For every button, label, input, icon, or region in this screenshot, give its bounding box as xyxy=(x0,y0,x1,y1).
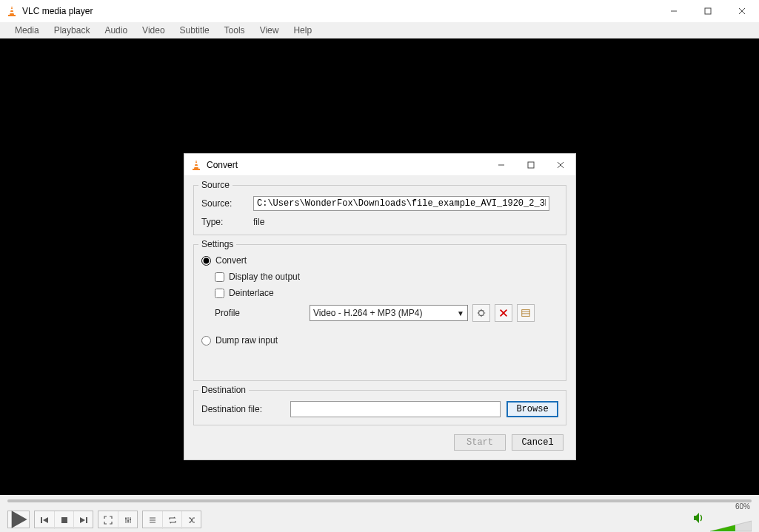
profile-select[interactable]: Video - H.264 + MP3 (MP4) ▼ xyxy=(310,305,468,321)
destination-group: Destination Destination file: Browse xyxy=(193,390,566,425)
convert-radio[interactable] xyxy=(201,256,211,266)
profile-label: Profile xyxy=(215,308,310,318)
main-titlebar: VLC media player xyxy=(0,0,759,22)
svg-marker-26 xyxy=(80,517,85,523)
cancel-button[interactable]: Cancel xyxy=(512,434,564,451)
extended-settings-button[interactable] xyxy=(118,511,137,529)
display-output-label: Display the output xyxy=(229,272,300,282)
menu-video[interactable]: Video xyxy=(135,24,172,37)
svg-rect-13 xyxy=(528,162,534,168)
seekbar[interactable] xyxy=(0,495,759,507)
destination-group-title: Destination xyxy=(198,385,249,395)
svg-point-32 xyxy=(127,520,129,522)
menu-tools[interactable]: Tools xyxy=(217,24,253,37)
browse-button[interactable]: Browse xyxy=(506,401,558,417)
fullscreen-button[interactable] xyxy=(98,511,118,529)
svg-marker-24 xyxy=(43,517,48,523)
svg-rect-25 xyxy=(61,517,67,523)
playback-controls: 60% xyxy=(0,507,759,532)
dump-radio[interactable] xyxy=(201,336,211,346)
stop-button[interactable] xyxy=(54,511,73,529)
delete-profile-button[interactable] xyxy=(495,304,512,322)
svg-rect-1 xyxy=(8,15,16,16)
close-button[interactable] xyxy=(725,0,759,22)
playlist-button[interactable] xyxy=(143,511,162,529)
convert-dialog: Convert Source Source: Type: file Settin… xyxy=(184,153,576,460)
start-button[interactable]: Start xyxy=(454,434,506,451)
edit-profile-button[interactable] xyxy=(472,304,490,322)
vlc-cone-icon xyxy=(6,5,18,17)
svg-rect-23 xyxy=(41,517,42,523)
menu-audio[interactable]: Audio xyxy=(97,24,135,37)
menu-media[interactable]: Media xyxy=(7,24,47,37)
source-input[interactable] xyxy=(253,196,549,211)
dialog-titlebar: Convert xyxy=(184,154,575,176)
svg-rect-9 xyxy=(193,169,200,170)
seekbar-track[interactable] xyxy=(7,499,752,502)
destination-label: Destination file: xyxy=(201,404,290,414)
volume-control: 60% xyxy=(692,506,752,532)
display-output-checkbox[interactable] xyxy=(215,272,224,282)
profile-value: Video - H.264 + MP3 (MP4) xyxy=(313,308,423,318)
svg-rect-27 xyxy=(86,517,87,523)
destination-input[interactable] xyxy=(290,401,501,417)
deinterlace-label: Deinterlace xyxy=(229,288,274,298)
menubar: Media Playback Audio Video Subtitle Tool… xyxy=(0,22,759,38)
speaker-icon[interactable] xyxy=(692,511,706,528)
svg-rect-2 xyxy=(10,9,13,10)
convert-radio-label: Convert xyxy=(215,255,247,266)
dump-radio-label: Dump raw input xyxy=(215,335,278,346)
svg-marker-22 xyxy=(12,511,27,528)
source-label: Source: xyxy=(201,198,253,209)
dialog-title: Convert xyxy=(207,160,487,170)
video-area: Convert Source Source: Type: file Settin… xyxy=(0,38,759,495)
svg-point-33 xyxy=(130,519,131,520)
settings-group: Settings Convert Display the output Dein… xyxy=(193,244,566,381)
dialog-close-button[interactable] xyxy=(546,154,575,176)
minimize-button[interactable] xyxy=(657,0,691,22)
menu-subtitle[interactable]: Subtitle xyxy=(173,24,217,37)
dialog-footer: Start Cancel xyxy=(193,431,566,454)
source-group: Source Source: Type: file xyxy=(193,185,566,235)
vlc-cone-icon xyxy=(190,159,202,171)
svg-rect-5 xyxy=(705,8,711,14)
type-label: Type: xyxy=(201,217,253,227)
volume-slider[interactable] xyxy=(710,519,752,532)
play-button[interactable] xyxy=(7,511,30,528)
maximize-button[interactable] xyxy=(691,0,725,22)
svg-point-31 xyxy=(125,518,127,519)
next-button[interactable] xyxy=(73,511,93,529)
menu-help[interactable]: Help xyxy=(286,24,319,37)
settings-group-title: Settings xyxy=(198,239,236,249)
svg-marker-37 xyxy=(694,513,699,523)
window-title: VLC media player xyxy=(22,6,657,16)
menu-playback[interactable]: Playback xyxy=(47,24,98,37)
volume-percent: 60% xyxy=(735,502,750,511)
menu-view[interactable]: View xyxy=(253,24,287,37)
source-group-title: Source xyxy=(198,180,233,190)
svg-rect-19 xyxy=(522,310,530,317)
dialog-body: Source Source: Type: file Settings Conve… xyxy=(184,176,575,459)
dialog-minimize-button[interactable] xyxy=(487,154,516,176)
window-controls xyxy=(657,0,759,22)
loop-button[interactable] xyxy=(162,511,181,529)
dialog-maximize-button[interactable] xyxy=(516,154,546,176)
new-profile-button[interactable] xyxy=(517,304,535,322)
svg-rect-10 xyxy=(195,163,198,164)
svg-rect-11 xyxy=(194,166,198,167)
type-value: file xyxy=(253,217,264,227)
previous-button[interactable] xyxy=(35,511,54,529)
chevron-down-icon: ▼ xyxy=(457,309,464,317)
deinterlace-checkbox[interactable] xyxy=(215,289,224,298)
svg-rect-3 xyxy=(10,12,14,13)
shuffle-button[interactable] xyxy=(181,511,201,529)
